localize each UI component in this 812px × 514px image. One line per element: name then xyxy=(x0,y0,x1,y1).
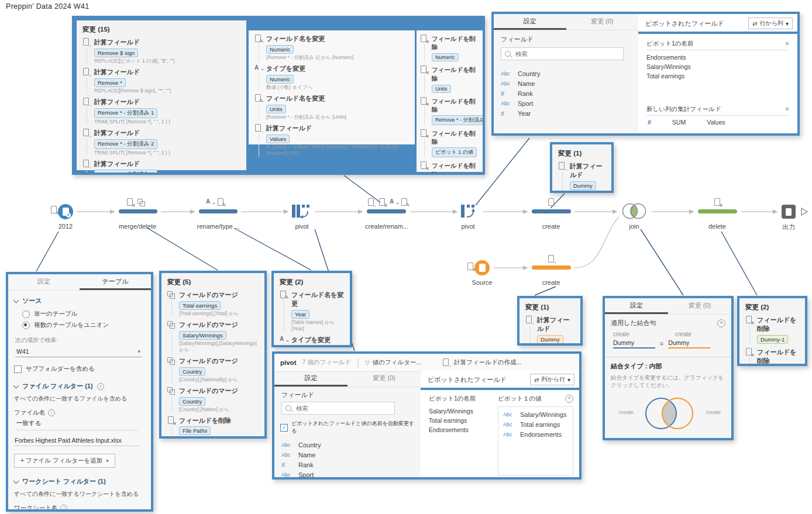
close-icon[interactable]: × xyxy=(785,40,789,47)
tab-changes[interactable]: 変更 (0) xyxy=(668,298,731,314)
auto-rename-checkbox[interactable]: ✓ ピボットされたフィールドと値の名前を自動変更する xyxy=(280,420,415,435)
panel-pivot-settings-top: 設定 変更 (0) フィールド Abc Country Abc Name xyxy=(491,12,800,136)
change-item: タイプを変更 Year 数値 (整数) タイプへ xyxy=(274,334,350,347)
changes-header: 変更 (2) xyxy=(739,298,805,314)
input-node-2012[interactable]: + xyxy=(58,204,73,219)
tab-changes[interactable]: 変更 (0) xyxy=(566,14,639,30)
join-left-field[interactable]: Dummy xyxy=(613,339,655,349)
pivot-name-item[interactable]: Total earnings xyxy=(646,71,789,81)
change-item: フィールドのマージ Country [Country],[Nation] から xyxy=(161,385,264,415)
add-join-clause-icon[interactable]: + xyxy=(717,319,725,327)
pivot-node-icon[interactable] xyxy=(292,203,311,219)
remove-field-icon xyxy=(467,263,475,271)
change-item: 計算フィールド Values IF [Units] = "million" TH… xyxy=(249,122,415,158)
tab-settings[interactable]: 設定 xyxy=(605,298,668,314)
field-row[interactable]: Abc Sport xyxy=(501,98,631,108)
field-row[interactable]: Abc Name xyxy=(501,78,631,88)
pivot-name-item[interactable]: Salary/Winnings xyxy=(429,406,498,416)
tab-settings[interactable]: 設定 xyxy=(274,371,347,387)
node-label: delete xyxy=(704,223,731,230)
pivoted-fields-pane: ピボットされたフィールド ⇄列から行▾ ピボット1の名前 Salary/Winn… xyxy=(421,371,579,477)
chevron-down-icon xyxy=(13,297,19,303)
join-right-field[interactable]: Dummy xyxy=(668,339,710,349)
page-title: Preppin' Data 2024 W41 xyxy=(6,2,89,11)
field-name: Name xyxy=(518,80,535,87)
pivot-name-item[interactable]: Total earnings xyxy=(429,416,498,425)
pivot-value-item[interactable]: Abc Salary/Winnings xyxy=(503,409,568,419)
field-row[interactable]: # Rank xyxy=(281,460,414,470)
tab-table[interactable]: テーブル xyxy=(80,274,151,290)
field-row[interactable]: Abc Country xyxy=(501,68,631,78)
field-type-icon: Abc xyxy=(503,422,516,427)
search-input[interactable] xyxy=(501,47,624,60)
field-badge: Values xyxy=(266,134,290,143)
panel-join-settings: 設定 変更 (0) 適用した結合句 + create create Dummy … xyxy=(603,296,734,440)
pivot-node-icon[interactable] xyxy=(461,203,480,219)
search-in-select[interactable]: W41 ▾ xyxy=(15,347,142,357)
output-node[interactable] xyxy=(782,205,796,219)
field-name: Name xyxy=(298,451,315,458)
step-create-rename[interactable] xyxy=(367,209,406,213)
radio-union-tables[interactable]: 複数のテーブルをユニオン xyxy=(22,321,143,329)
node-label: join xyxy=(621,223,647,230)
field-type-icon: Abc xyxy=(501,71,514,77)
section-file-filter[interactable]: ファイル フィルター (1)i xyxy=(14,382,143,391)
field-row[interactable]: Abc Country xyxy=(281,440,414,450)
remove-field-icon xyxy=(379,198,387,206)
pivot-name-item[interactable]: Endorsements xyxy=(646,53,789,62)
field-badge: Dummy xyxy=(570,181,596,190)
search-input[interactable] xyxy=(281,402,395,415)
pivot-value-item[interactable]: Abc Endorsements xyxy=(503,429,568,439)
field-row[interactable]: # Year xyxy=(501,108,631,118)
join-equals: = xyxy=(660,340,663,347)
pivoted-fields-pane: ピボットされたフィールド ⇄行から列▾ ピボット1の名前 × Endorseme… xyxy=(638,14,797,133)
field-type-icon: # xyxy=(501,90,514,97)
step-create[interactable] xyxy=(532,209,571,213)
pivot-direction-button[interactable]: ⇄列から行▾ xyxy=(530,374,574,385)
source-node[interactable] xyxy=(474,260,490,275)
section-source[interactable]: ソース xyxy=(14,296,143,305)
fields-label: フィールド xyxy=(494,30,638,44)
create-calc-action[interactable]: 計算フィールドの作成... xyxy=(442,358,521,367)
field-row[interactable]: # Rank xyxy=(501,88,631,98)
run-flow-icon[interactable] xyxy=(800,207,808,216)
add-icon[interactable]: + xyxy=(565,395,573,403)
field-badge: Units xyxy=(432,85,451,93)
node-label: pivot xyxy=(455,223,481,230)
close-icon[interactable]: × xyxy=(785,106,789,113)
field-badge: File Paths xyxy=(179,426,211,435)
join-venn[interactable]: create create xyxy=(605,391,731,436)
pivot-direction-button[interactable]: ⇄行から列▾ xyxy=(748,18,793,29)
match-select[interactable]: 一致する xyxy=(16,419,138,430)
agg-field-name[interactable]: Values xyxy=(707,119,725,126)
pivot-value-item[interactable]: Abc Total earnings xyxy=(503,419,568,429)
pivot-name-item[interactable]: Endorsements xyxy=(429,425,498,434)
file-name-value[interactable]: Forbes Highest Paid Athletes Input.xlsx xyxy=(14,435,139,446)
pivot-name-item[interactable]: Salary/Winnings xyxy=(646,62,789,71)
step-create-source[interactable] xyxy=(532,265,571,270)
tab-changes[interactable]: 変更 (0) xyxy=(347,371,421,387)
add-file-filter-button[interactable]: + ファイル フィルターを追加▾ xyxy=(14,454,115,468)
agg-type-icon: # xyxy=(648,119,651,126)
field-row[interactable]: Abc Name xyxy=(281,450,414,460)
radio-single-table[interactable]: 単一のテーブル xyxy=(22,310,143,318)
change-item: フィールドを削除 ピボット 1 の値 xyxy=(417,127,483,160)
field-type-icon: Abc xyxy=(503,412,516,418)
subfolder-checkbox[interactable]: サブフォルダーを含める xyxy=(14,365,143,373)
step-merge-delete[interactable] xyxy=(119,209,157,213)
merge-fields-icon xyxy=(137,198,146,206)
value-filter-action[interactable]: ▽値のフィルター... xyxy=(365,358,421,367)
change-type-icon xyxy=(167,357,176,365)
tab-settings[interactable]: 設定 xyxy=(494,14,566,30)
tab-settings[interactable]: 設定 xyxy=(8,274,80,290)
join-node-icon[interactable] xyxy=(621,202,648,221)
panel-changes-5: 変更 (5) フィールドのマージ Total earnings [Total e… xyxy=(159,271,267,439)
agg-function[interactable]: SUM xyxy=(672,119,686,126)
join-right-table: create xyxy=(675,331,691,337)
step-rename-type[interactable] xyxy=(199,209,238,213)
field-row[interactable]: Abc Sport xyxy=(281,470,414,479)
venn-diagram[interactable] xyxy=(641,392,697,435)
section-worksheet-filter[interactable]: ワークシート フィルター (1) xyxy=(14,477,143,486)
step-delete[interactable] xyxy=(698,209,737,213)
change-type-icon xyxy=(82,160,91,168)
